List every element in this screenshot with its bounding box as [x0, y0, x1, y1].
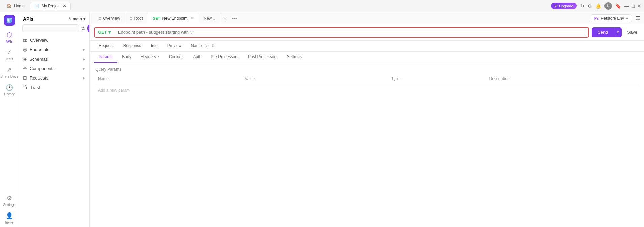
params-header: Name Value Type Description	[95, 75, 639, 83]
sidebar-item-history[interactable]: 🕐 History	[0, 81, 19, 99]
schemas-arrow: ▶	[83, 57, 85, 61]
post-processors-tab[interactable]: Post Processors	[243, 52, 282, 63]
sidebar-item-schemas[interactable]: ◈ Schemas ▶	[19, 54, 89, 64]
name-tab-code-icon: ⟨/⟩	[204, 43, 209, 48]
preview-tab[interactable]: Preview	[162, 41, 186, 51]
project-icon: 📄	[34, 4, 40, 8]
tab-new-endpoint[interactable]: GET New Endpoint ✕	[148, 12, 199, 24]
minimize-button[interactable]: —	[624, 3, 629, 9]
tab-overview[interactable]: □ Overview	[94, 12, 125, 24]
close-button[interactable]: ✕	[637, 3, 641, 9]
new-endpoint-method: GET	[153, 16, 160, 20]
sidebar-header: APIs ⑂ main ▾	[19, 12, 89, 24]
sidebar-item-tests[interactable]: ✓ Tests	[0, 46, 19, 64]
components-label: Components	[30, 66, 55, 71]
sidebar-item-share-docs[interactable]: ↗ Share Docs	[0, 64, 19, 81]
pre-processors-tab[interactable]: Pre Processors	[206, 52, 243, 63]
avatar[interactable]: U	[604, 2, 612, 10]
post-processors-tab-label: Post Processors	[248, 54, 277, 59]
tab-new[interactable]: New...	[199, 12, 220, 24]
settings-icon[interactable]: ⚙	[588, 3, 592, 9]
cookies-tab[interactable]: Cookies	[164, 52, 188, 63]
app-body: 🧊 ⬡ APIs ✓ Tests ↗ Share Docs 🕐 History …	[0, 12, 644, 227]
main-content: □ Overview □ Root GET New Endpoint ✕ New…	[90, 12, 644, 227]
tests-icon: ✓	[7, 49, 12, 56]
project-tab[interactable]: 📄 My Project ✕	[30, 2, 71, 10]
request-tabs: Request Response Info Preview Name ⟨/⟩ ⧉	[90, 41, 644, 52]
send-button[interactable]: Send	[592, 27, 614, 37]
auth-tab[interactable]: Auth	[188, 52, 206, 63]
info-tab[interactable]: Info	[146, 41, 162, 51]
response-tab[interactable]: Response	[119, 41, 146, 51]
method-label: GET	[98, 30, 107, 35]
refresh-icon[interactable]: ↻	[580, 3, 584, 9]
request-tab-label: Request	[99, 43, 114, 48]
components-arrow: ▶	[83, 67, 85, 70]
components-icon: ❋	[23, 66, 27, 71]
sidebar-item-endpoints[interactable]: ◎ Endpoints ▶	[19, 45, 89, 54]
method-selector[interactable]: GET ▾	[95, 28, 114, 37]
params-table: Name Value Type Description Add a new pa…	[95, 75, 639, 95]
hamburger-menu[interactable]: ☰	[635, 15, 640, 21]
more-tabs-button[interactable]: •••	[230, 16, 239, 21]
headers-tab[interactable]: Headers 7	[136, 52, 164, 63]
name-tab[interactable]: Name ⟨/⟩ ⧉	[186, 41, 219, 51]
cookies-tab-label: Cookies	[169, 54, 183, 59]
bookmark-icon[interactable]: 🔖	[615, 3, 621, 9]
sidebar-item-trash[interactable]: 🗑 Trash	[19, 83, 89, 92]
sidebar-item-requests[interactable]: ⊞ Requests ▶	[19, 73, 89, 83]
add-param-label[interactable]: Add a new param	[98, 88, 130, 93]
history-label: History	[4, 92, 15, 96]
logo-icon: 🧊	[6, 17, 13, 24]
upgrade-button[interactable]: ⊕ Upgrade	[551, 3, 576, 9]
method-chevron: ▾	[108, 30, 111, 35]
overview-icon: ▦	[23, 37, 27, 43]
trash-label: Trash	[30, 85, 42, 90]
branch-selector[interactable]: ⑂ main ▾	[69, 17, 85, 21]
send-dropdown-button[interactable]: ▾	[614, 27, 622, 37]
requests-label: Requests	[30, 75, 48, 81]
params-tab-label: Params	[99, 54, 112, 59]
params-divider	[95, 84, 639, 84]
overview-tab-icon: □	[99, 16, 101, 21]
sidebar-item-invite[interactable]: 👤 Invite	[0, 209, 19, 227]
new-endpoint-close[interactable]: ✕	[191, 16, 194, 20]
add-param-row[interactable]: Add a new param	[95, 86, 639, 95]
save-button[interactable]: Save	[624, 28, 640, 37]
add-tab-button[interactable]: +	[220, 15, 230, 21]
maximize-button[interactable]: □	[632, 3, 635, 9]
endpoints-label: Endpoints	[30, 47, 49, 52]
search-input[interactable]	[22, 24, 79, 32]
root-tab-icon: □	[130, 16, 132, 21]
settings-tab[interactable]: Settings	[282, 52, 306, 63]
upgrade-label: Upgrade	[559, 4, 573, 8]
invite-icon: 👤	[6, 212, 13, 220]
bell-icon[interactable]: 🔔	[595, 3, 601, 9]
overview-tab-label: Overview	[103, 16, 120, 21]
add-button[interactable]: +	[87, 25, 90, 32]
overview-label: Overview	[30, 38, 48, 43]
env-chevron: ▾	[626, 16, 628, 21]
sidebar-title: APIs	[23, 16, 33, 22]
env-selector[interactable]: Ps Petstore Env ▾	[591, 14, 632, 22]
request-tab[interactable]: Request	[94, 41, 119, 51]
home-label: Home	[14, 4, 25, 8]
project-tab-close[interactable]: ✕	[63, 4, 66, 8]
auth-tab-label: Auth	[193, 54, 201, 59]
tab-root[interactable]: □ Root	[125, 12, 148, 24]
sidebar-item-overview[interactable]: ▦ Overview	[19, 35, 89, 45]
sidebar-item-components[interactable]: ❋ Components ▶	[19, 64, 89, 73]
url-right: Send ▾ Save	[592, 27, 640, 37]
sidebar-item-settings[interactable]: ⚙ Settings	[0, 192, 19, 209]
filter-button[interactable]: ⚗	[81, 26, 85, 31]
apis-label: APIs	[6, 40, 13, 43]
sidebar-item-apis[interactable]: ⬡ APIs	[0, 28, 19, 46]
sidebar-header-right: ⑂ main ▾	[69, 17, 85, 21]
url-input[interactable]	[114, 28, 588, 37]
env-label: Petstore Env	[601, 16, 624, 21]
body-tab[interactable]: Body	[117, 52, 136, 63]
schemas-icon: ◈	[23, 56, 27, 62]
params-tab[interactable]: Params	[94, 52, 117, 63]
branch-icon: ⑂	[69, 17, 71, 21]
home-tab[interactable]: 🏠 Home	[3, 2, 29, 10]
